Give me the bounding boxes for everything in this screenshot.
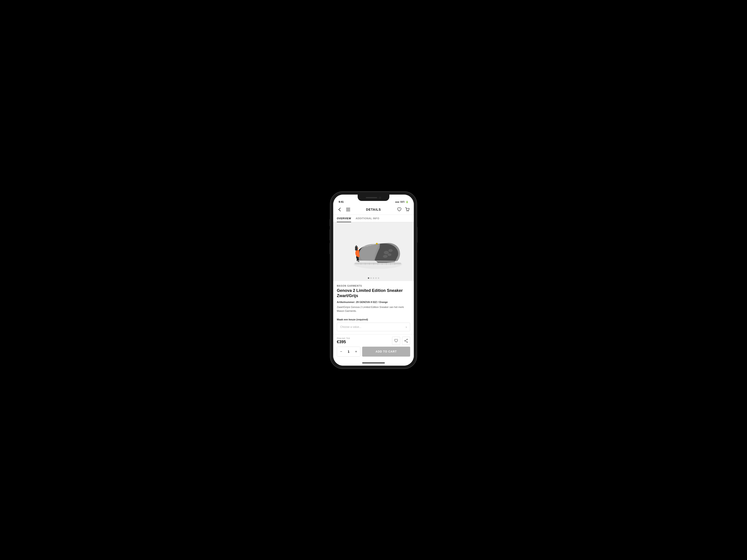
- svg-point-19: [388, 254, 391, 256]
- price-label: Price incl. TAX: [337, 337, 350, 339]
- product-image: [344, 229, 403, 274]
- dot-3[interactable]: [373, 277, 374, 279]
- product-name: Genova 2 Limited Edition Sneaker Zwart/G…: [337, 288, 410, 299]
- svg-point-28: [407, 339, 408, 340]
- tab-overview[interactable]: OVERVIEW: [337, 215, 351, 222]
- header-right: [396, 207, 410, 212]
- app-screen: DETAILS: [333, 205, 414, 366]
- home-indicator: [333, 360, 414, 366]
- svg-point-17: [388, 249, 393, 252]
- svg-rect-1: [346, 209, 350, 210]
- quantity-decrease-button[interactable]: −: [337, 347, 345, 356]
- dot-2[interactable]: [370, 277, 372, 279]
- cart-row: − 1 + ADD TO CART: [333, 347, 414, 360]
- header: DETAILS: [333, 205, 414, 215]
- side-button-vol-down: [330, 243, 331, 254]
- home-bar: [362, 363, 385, 364]
- price-section: Price incl. TAX €395: [337, 337, 350, 344]
- chevron-right-icon: ›: [406, 325, 407, 329]
- action-icons: [392, 337, 410, 345]
- speaker: [366, 197, 377, 198]
- svg-point-4: [408, 211, 409, 211]
- phone-screen: 9:41 ●●● WiFi 🔋: [333, 194, 414, 366]
- share-button[interactable]: [402, 337, 410, 345]
- svg-point-29: [405, 340, 406, 341]
- article-value: 29 GENOVA II 02Z / Orange: [356, 301, 388, 303]
- article-label: Artikelnummer:: [337, 301, 355, 303]
- size-label: Maak een keuze (required): [337, 318, 410, 321]
- add-to-cart-button[interactable]: ADD TO CART: [362, 347, 410, 356]
- wifi-icon: WiFi: [400, 201, 405, 203]
- bottom-bar: Price incl. TAX €395: [333, 334, 414, 360]
- quantity-control: − 1 +: [337, 347, 360, 356]
- product-content: MASON GARMENTS Genova 2 Limited Edition …: [333, 222, 414, 334]
- svg-line-32: [406, 341, 407, 342]
- side-button-vol-up: [330, 229, 331, 241]
- svg-point-18: [383, 255, 388, 258]
- product-image-area: [333, 222, 414, 281]
- article-number: Artikelnummer: 29 GENOVA II 02Z / Orange: [337, 301, 410, 303]
- signal-icon: ●●●: [395, 201, 399, 203]
- dot-1[interactable]: [368, 277, 369, 279]
- side-button-power: [416, 227, 417, 243]
- quantity-value: 1: [345, 350, 352, 353]
- cart-button[interactable]: [405, 207, 410, 212]
- tab-additional-info[interactable]: ADDITIONAL INFO: [356, 215, 379, 222]
- dot-5[interactable]: [378, 277, 379, 279]
- svg-rect-21: [356, 245, 357, 247]
- status-time: 9:41: [339, 201, 344, 203]
- size-select-button[interactable]: Choose a value... ›: [337, 323, 410, 331]
- wishlist-button[interactable]: [396, 207, 402, 212]
- tabs: OVERVIEW ADDITIONAL INFO: [333, 215, 414, 222]
- brand-name: MASON GARMENTS: [337, 285, 410, 287]
- image-dots: [368, 277, 379, 279]
- price-value: €395: [337, 340, 350, 344]
- svg-line-24: [370, 245, 371, 246]
- dot-4[interactable]: [375, 277, 377, 279]
- product-description: Zwart/Grijze Genova 2 Limited Edition Sn…: [337, 305, 410, 313]
- quantity-increase-button[interactable]: +: [352, 347, 360, 356]
- svg-line-31: [406, 339, 407, 340]
- header-left: [337, 207, 351, 212]
- menu-button[interactable]: [345, 207, 351, 212]
- back-button[interactable]: [337, 207, 342, 212]
- phone-frame: 9:41 ●●● WiFi 🔋: [331, 192, 416, 368]
- camera: [379, 196, 381, 199]
- svg-point-3: [407, 211, 408, 211]
- svg-point-27: [377, 243, 377, 244]
- size-placeholder: Choose a value...: [340, 325, 361, 328]
- svg-point-30: [407, 342, 408, 343]
- svg-rect-2: [346, 211, 350, 211]
- save-wishlist-button[interactable]: [392, 337, 400, 345]
- page-title: DETAILS: [366, 208, 381, 211]
- status-icons: ●●● WiFi 🔋: [395, 201, 408, 203]
- size-section: Maak een keuze (required) Choose a value…: [333, 318, 414, 334]
- price-row: Price incl. TAX €395: [333, 335, 414, 347]
- side-button-mute: [330, 219, 331, 226]
- battery-icon: 🔋: [406, 201, 408, 203]
- svg-rect-0: [346, 208, 350, 208]
- product-info: MASON GARMENTS Genova 2 Limited Edition …: [333, 281, 414, 318]
- svg-point-16: [384, 251, 389, 254]
- phone-notch: [358, 194, 389, 201]
